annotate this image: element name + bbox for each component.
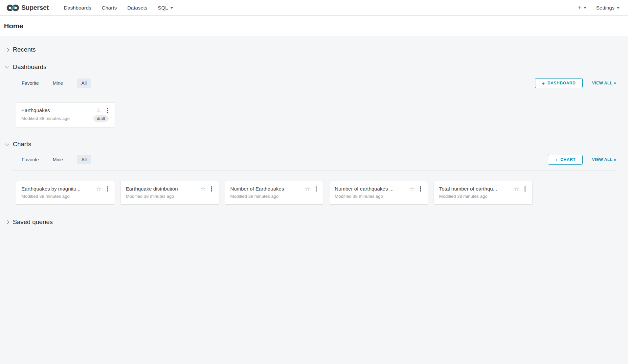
status-badge: draft — [93, 115, 109, 122]
plus-icon: + — [578, 4, 581, 11]
new-dashboard-button-label: DASHBOARD — [548, 81, 576, 85]
modified-timestamp: Modified 38 minutes ago — [439, 194, 487, 199]
card-header: Earthquakes ☆ — [21, 107, 109, 114]
dashboards-tabs: Favorite Mine All — [22, 79, 91, 88]
superset-brand[interactable]: Superset — [7, 4, 49, 12]
settings-menu-button[interactable]: Settings — [596, 5, 619, 11]
nav-item-label: Charts — [102, 5, 117, 11]
card-header: Number of earthquakes ... ☆ — [335, 186, 422, 192]
tab-favorite[interactable]: Favorite — [22, 80, 39, 86]
tab-mine[interactable]: Mine — [53, 157, 63, 162]
nav-menu: Dashboards Charts Datasets SQL — [53, 0, 173, 15]
chevron-right-icon — [5, 220, 9, 224]
chart-card[interactable]: Earthquakes by magnitu... ☆ Modified 38 … — [16, 181, 115, 205]
kebab-menu-icon[interactable] — [315, 186, 318, 192]
dashboards-section-toggle[interactable]: Dashboards — [0, 63, 628, 71]
plus-icon: + — [555, 157, 558, 162]
modified-timestamp: Modified 38 minutes ago — [21, 116, 70, 121]
new-item-menu-button[interactable]: + — [578, 4, 586, 11]
chart-card[interactable]: Total number of earthqu... ☆ Modified 38… — [434, 181, 533, 205]
chevron-down-icon — [5, 142, 9, 146]
card-subrow: Modified 38 minutes ago draft — [21, 115, 109, 122]
card-header: Total number of earthqu... ☆ — [439, 186, 527, 192]
nav-item-sql[interactable]: SQL — [158, 0, 173, 15]
chevron-down-icon — [617, 7, 619, 9]
charts-tabbar-divider — [12, 170, 616, 171]
page-header: Home — [0, 16, 628, 36]
saved-queries-section-label: Saved queries — [13, 218, 53, 226]
card-subrow: Modified 38 minutes ago — [439, 194, 527, 199]
chevron-down-icon — [170, 7, 173, 9]
favorite-star-icon[interactable]: ☆ — [96, 186, 101, 192]
navbar-right: + Settings — [578, 4, 619, 11]
card-title: Earthquake distribution — [126, 186, 198, 192]
charts-tabs: Favorite Mine All — [22, 155, 91, 164]
nav-item-charts[interactable]: Charts — [102, 0, 117, 15]
dashboards-card-row: Earthquakes ☆ Modified 38 minutes ago dr… — [0, 102, 628, 127]
nav-item-dashboards[interactable]: Dashboards — [64, 0, 91, 15]
card-subrow: Modified 38 minutes ago — [126, 194, 213, 199]
new-chart-button-label: CHART — [560, 157, 575, 162]
card-title: Earthquakes by magnitu... — [21, 186, 93, 192]
settings-label: Settings — [596, 5, 615, 11]
charts-submenu-actions: + CHART VIEW ALL » — [548, 155, 616, 165]
dashboards-section-label: Dashboards — [13, 63, 46, 71]
charts-section-toggle[interactable]: Charts — [0, 140, 628, 148]
dashboards-submenu: Favorite Mine All + DASHBOARD VIEW ALL » — [0, 78, 628, 88]
tab-all[interactable]: All — [77, 155, 91, 164]
tab-mine[interactable]: Mine — [53, 80, 63, 86]
chevron-down-icon — [584, 7, 586, 9]
superset-logo-icon — [7, 4, 19, 12]
recents-section-label: Recents — [13, 46, 36, 53]
charts-view-all-link[interactable]: VIEW ALL » — [592, 157, 616, 162]
chart-card[interactable]: Earthquake distribution ☆ Modified 38 mi… — [120, 181, 219, 205]
charts-submenu: Favorite Mine All + CHART VIEW ALL » — [0, 155, 628, 165]
modified-timestamp: Modified 38 minutes ago — [230, 194, 279, 199]
dashboards-tabbar-divider — [12, 94, 616, 94]
page-title: Home — [4, 22, 23, 30]
tab-all[interactable]: All — [77, 79, 91, 88]
brand-name: Superset — [21, 4, 49, 11]
kebab-menu-icon[interactable] — [210, 186, 213, 192]
top-navbar: Superset Dashboards Charts Datasets SQL … — [0, 0, 628, 16]
dashboards-view-all-link[interactable]: VIEW ALL » — [592, 81, 616, 85]
superset-home-page: Superset Dashboards Charts Datasets SQL … — [0, 0, 628, 364]
chevron-down-icon — [5, 64, 9, 69]
card-header: Earthquakes by magnitu... ☆ — [21, 186, 109, 192]
plus-icon: + — [542, 81, 545, 86]
favorite-star-icon[interactable]: ☆ — [96, 107, 101, 113]
favorite-star-icon[interactable]: ☆ — [514, 186, 519, 192]
chart-card[interactable]: Number of Earthquakes ☆ Modified 38 minu… — [225, 181, 324, 205]
nav-item-label: SQL — [158, 5, 168, 11]
dashboards-submenu-actions: + DASHBOARD VIEW ALL » — [535, 78, 616, 88]
main-content: Recents Dashboards Favorite Mine All + D… — [0, 36, 628, 364]
recents-section-toggle[interactable]: Recents — [0, 46, 628, 54]
tab-favorite[interactable]: Favorite — [22, 157, 39, 162]
modified-timestamp: Modified 38 minutes ago — [335, 194, 383, 199]
kebab-menu-icon[interactable] — [524, 186, 527, 192]
kebab-menu-icon[interactable] — [106, 186, 109, 192]
favorite-star-icon[interactable]: ☆ — [200, 186, 206, 192]
favorite-star-icon[interactable]: ☆ — [409, 186, 415, 192]
new-dashboard-button[interactable]: + DASHBOARD — [535, 78, 583, 88]
modified-timestamp: Modified 38 minutes ago — [21, 194, 70, 199]
card-header: Earthquake distribution ☆ — [126, 186, 213, 192]
dashboard-card-earthquakes[interactable]: Earthquakes ☆ Modified 38 minutes ago dr… — [16, 102, 115, 127]
nav-item-label: Dashboards — [64, 5, 91, 11]
modified-timestamp: Modified 38 minutes ago — [126, 194, 174, 199]
card-title: Earthquakes — [21, 107, 93, 113]
chart-card[interactable]: Number of earthquakes ... ☆ Modified 38 … — [329, 181, 428, 205]
card-title: Number of Earthquakes — [230, 186, 302, 192]
card-subrow: Modified 38 minutes ago — [335, 194, 422, 199]
nav-item-label: Datasets — [127, 5, 147, 11]
nav-item-datasets[interactable]: Datasets — [127, 0, 147, 15]
card-title: Number of earthquakes ... — [335, 186, 407, 192]
saved-queries-section-toggle[interactable]: Saved queries — [0, 218, 628, 226]
kebab-menu-icon[interactable] — [419, 186, 422, 192]
favorite-star-icon[interactable]: ☆ — [305, 186, 310, 192]
new-chart-button[interactable]: + CHART — [548, 155, 583, 165]
kebab-menu-icon[interactable] — [106, 107, 109, 114]
card-title: Total number of earthqu... — [439, 186, 511, 192]
card-subrow: Modified 38 minutes ago — [230, 194, 318, 199]
charts-card-row: Earthquakes by magnitu... ☆ Modified 38 … — [0, 181, 628, 205]
